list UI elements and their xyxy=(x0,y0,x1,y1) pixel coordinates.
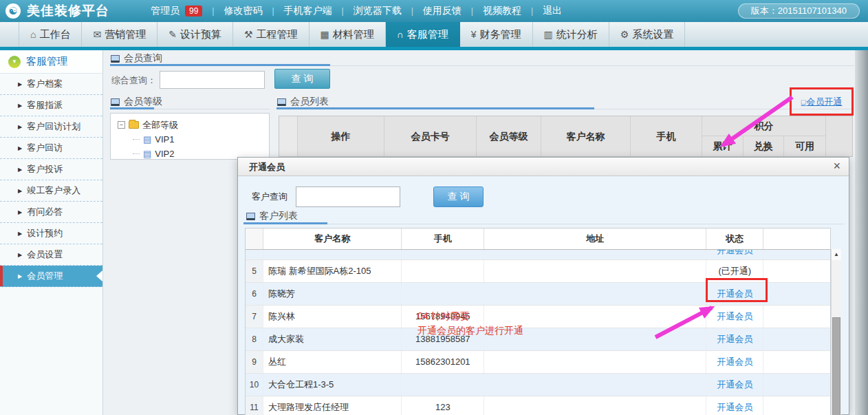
tab-project-mgmt[interactable]: ⚒工程管理 xyxy=(233,22,310,47)
sidebar-item-label: 客户回访 xyxy=(27,142,63,153)
monitor-icon xyxy=(246,213,255,220)
main-tabbar: ⌂工作台 ✉营销管理 ✎设计预算 ⚒工程管理 ▦材料管理 ∩客服管理 ¥财务管理… xyxy=(0,22,868,47)
sidebar-item-design-appointment[interactable]: ▶设计预约 xyxy=(0,223,102,244)
triangle-icon: ▶ xyxy=(18,252,22,258)
open-member-link[interactable]: 开通会员 xyxy=(717,357,752,367)
header-cell-phone: 手机 xyxy=(402,228,484,249)
sidebar-header[interactable]: ▼ 客服管理 xyxy=(0,50,102,74)
highlight-box-member-open: □会员开通 xyxy=(790,87,854,116)
users-icon: ⚒ xyxy=(244,22,253,47)
status-already-opened: (已开通) xyxy=(718,266,751,276)
scrollbar-thumb[interactable] xyxy=(832,317,840,415)
sidebar-item-member-settings[interactable]: ▶会员设置 xyxy=(0,244,102,266)
notification-badge[interactable]: 99 xyxy=(185,6,202,17)
chart-icon: ▥ xyxy=(544,22,553,47)
collapse-icon[interactable]: − xyxy=(118,121,125,129)
monitor-icon xyxy=(111,98,120,106)
edit-icon: ✎ xyxy=(169,22,177,47)
sidebar-header-label: 客服管理 xyxy=(26,55,67,68)
topmenu-mobile-client[interactable]: 手机客户端 xyxy=(284,5,332,17)
tab-finance-mgmt[interactable]: ¥财务管理 xyxy=(460,22,533,47)
folder-icon xyxy=(129,121,139,129)
sidebar-item-completed-customer-entry[interactable]: ▶竣工客户录入 xyxy=(0,180,102,202)
modal-header[interactable]: 开通会员 × xyxy=(238,158,849,176)
sidebar-item-customer-revisit[interactable]: ▶客户回访 xyxy=(0,138,102,159)
header-cell-customer-name: 客户名称 xyxy=(263,228,402,249)
sidebar-item-service-assignment[interactable]: ▶客服指派 xyxy=(0,95,102,116)
menu-separator: | xyxy=(212,6,214,16)
sidebar-item-complaints[interactable]: ▶客户投诉 xyxy=(0,159,102,180)
close-icon[interactable]: × xyxy=(833,158,840,175)
scroll-up-icon[interactable]: ▲ xyxy=(832,249,841,260)
combined-query-input[interactable] xyxy=(160,71,265,89)
combined-query-label: 综合查询： xyxy=(111,72,156,89)
topmenu-admin[interactable]: 管理员 xyxy=(151,5,180,17)
open-member-link[interactable]: 开通会员 xyxy=(717,379,752,390)
header-group-points: 积分 累计 兑换 可用 xyxy=(702,116,826,156)
tab-marketing-mgmt[interactable]: ✉营销管理 xyxy=(82,22,158,47)
tab-design-budget[interactable]: ✎设计预算 xyxy=(158,22,233,47)
open-member-link[interactable]: 开通会员 xyxy=(717,311,752,321)
sidebar-menu: ▶客户档案 ▶客服指派 ▶客户回访计划 ▶客户回访 ▶客户投诉 ▶竣工客户录入 … xyxy=(0,74,102,287)
tab-material-mgmt[interactable]: ▦材料管理 xyxy=(310,22,386,47)
topmenu-feedback[interactable]: 使用反馈 xyxy=(423,5,462,17)
sidebar-item-customer-files[interactable]: ▶客户档案 xyxy=(0,74,102,95)
tree-node-all-levels[interactable]: − 全部等级 xyxy=(118,118,269,132)
customer-query-label: 客户查询 xyxy=(252,187,287,207)
tree-node-vip1[interactable]: ▤ VIP1 xyxy=(133,132,269,147)
active-indicator-bar xyxy=(0,266,3,286)
tab-label: 营销管理 xyxy=(105,22,146,47)
yen-icon: ¥ xyxy=(471,22,477,47)
sidebar-item-label: 竣工客户录入 xyxy=(27,185,80,195)
customer-query-button[interactable]: 查 询 xyxy=(433,187,484,207)
topmenu-browser-download[interactable]: 浏览器下载 xyxy=(354,5,402,17)
tab-label: 系统设置 xyxy=(632,22,673,47)
header-cell-status: 状态 xyxy=(706,228,763,249)
topmenu-logout[interactable]: 退出 xyxy=(543,5,562,17)
tree-connector xyxy=(133,139,140,140)
triangle-icon: ▶ xyxy=(18,103,22,109)
open-member-link[interactable]: 开通会员 xyxy=(717,250,752,255)
sidebar-item-qa[interactable]: ▶有问必答 xyxy=(0,202,102,223)
topmenu-video-tutorial[interactable]: 视频教程 xyxy=(483,5,521,17)
tutorial-note-line1: 04.针对需要 xyxy=(417,309,523,323)
header-cell-empty xyxy=(279,116,298,156)
member-list-table-header: 操作 会员卡号 会员等级 客户名称 手机 积分 累计 兑换 可用 xyxy=(279,116,853,157)
header-cell-accumulated: 累计 xyxy=(702,136,744,156)
header-cell-empty xyxy=(246,228,263,249)
menu-separator: | xyxy=(411,6,413,16)
table-row-9: 9 丛红 15862301201 开通会员 xyxy=(246,351,830,374)
highlight-box-row6-open-member xyxy=(706,278,768,302)
sidebar-item-revisit-plan[interactable]: ▶客户回访计划 xyxy=(0,116,102,138)
section-underline xyxy=(276,107,594,109)
active-notch xyxy=(96,270,102,281)
modal-table-scrollbar[interactable]: ▲ xyxy=(831,249,841,415)
tab-system-settings[interactable]: ⚙系统设置 xyxy=(609,22,686,47)
sidebar-item-member-mgmt[interactable]: ▶会员管理 xyxy=(0,266,102,287)
member-open-link[interactable]: □会员开通 xyxy=(801,96,843,108)
monitor-icon xyxy=(111,55,120,63)
topmenu-change-password[interactable]: 修改密码 xyxy=(224,5,262,17)
customer-query-input[interactable] xyxy=(296,187,400,207)
tab-workbench[interactable]: ⌂工作台 xyxy=(19,22,82,47)
sidebar-item-label: 客户投诉 xyxy=(27,164,63,174)
member-query-button[interactable]: 查 询 xyxy=(274,69,330,89)
sidebar-item-label: 会员管理 xyxy=(27,270,63,281)
divider xyxy=(243,224,845,224)
tab-customer-service-mgmt[interactable]: ∩客服管理 xyxy=(386,22,460,47)
table-icon: ▤ xyxy=(143,149,151,159)
gear-icon: ⚙ xyxy=(620,22,629,47)
section-title-label: 会员等级 xyxy=(124,96,162,108)
triangle-icon: ▶ xyxy=(18,209,22,215)
home-icon: ⌂ xyxy=(30,22,36,47)
triangle-icon: ▶ xyxy=(18,231,22,237)
page-right-edge xyxy=(855,50,868,415)
tab-statistics-analysis[interactable]: ▥统计分析 xyxy=(533,22,609,47)
modal-title: 开通会员 xyxy=(249,162,285,172)
open-member-link[interactable]: 开通会员 xyxy=(717,334,752,344)
header-cell-card-no: 会员卡号 xyxy=(384,116,477,156)
top-menu: 管理员 99 | 修改密码 | 手机客户端 | 浏览器下载 | 使用反馈 | 视… xyxy=(151,5,562,17)
table-row-clipped: 开通会员 xyxy=(246,250,830,260)
open-member-link[interactable]: 开通会员 xyxy=(717,402,752,412)
tree-node-label: VIP1 xyxy=(155,134,174,145)
